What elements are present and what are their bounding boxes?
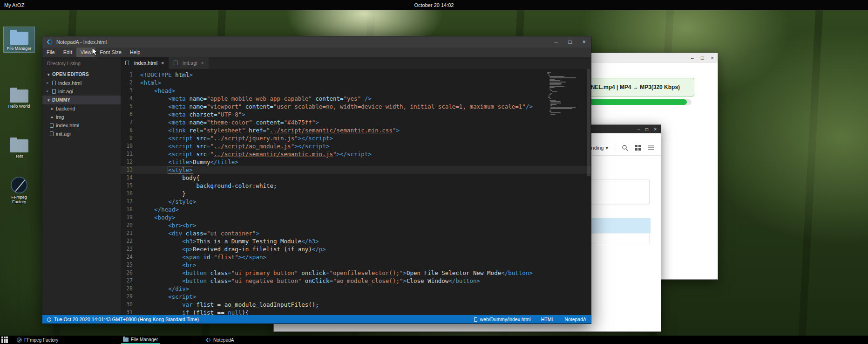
code-text: <script src="../script/jquery.min.js"></…: [140, 134, 591, 142]
menu-edit[interactable]: Edit: [59, 48, 76, 57]
code-text: <!DOCTYPE html>: [140, 71, 591, 79]
code-line[interactable]: 6 <meta charset="UTF-8">: [121, 110, 591, 118]
code-text: <br><br>: [140, 221, 591, 229]
editor[interactable]: 1<!DOCTYPE html>2<html>3 <head>4 <meta n…: [121, 69, 591, 315]
file-icon: [50, 123, 54, 128]
code-text: if (flist == null){: [140, 309, 591, 315]
status-file-path[interactable]: web/Dummy/index.html: [474, 316, 531, 322]
desktop-icon-test[interactable]: Test: [4, 135, 34, 160]
code-line[interactable]: 30 var flist = ao_module_loadInputFiles(…: [121, 301, 591, 309]
code-line[interactable]: 24 <span id="flist"></span>: [121, 253, 591, 261]
tab-close-icon[interactable]: ×: [201, 61, 204, 66]
tab-close-icon[interactable]: ×: [161, 61, 164, 66]
code-line[interactable]: 15 background-color:white;: [121, 182, 591, 190]
menu-font-size[interactable]: Font Size: [95, 48, 125, 57]
maximize-button[interactable]: □: [701, 55, 704, 61]
code-text: <span id="flist"></span>: [140, 253, 591, 261]
code-line[interactable]: 9 <script src="../script/jquery.min.js">…: [121, 134, 591, 142]
code-line[interactable]: 31 if (flist == null){: [121, 309, 591, 315]
tab-init-agi[interactable]: init.agi×: [169, 57, 209, 69]
code-text: </head>: [140, 206, 591, 213]
minimap-line: [550, 90, 552, 91]
status-app[interactable]: NotepadA: [564, 316, 586, 322]
code-line[interactable]: 20 <br><br>: [121, 221, 591, 229]
code-line[interactable]: 13 <style>: [121, 166, 591, 174]
notepada-icon: [206, 337, 211, 343]
list-view-icon[interactable]: [648, 144, 654, 151]
close-button[interactable]: ×: [654, 127, 657, 132]
close-button[interactable]: ×: [577, 36, 591, 48]
minimize-button[interactable]: –: [691, 55, 694, 61]
tab-index-html[interactable]: index.html×: [121, 57, 169, 69]
code-line[interactable]: 17 </style>: [121, 198, 591, 206]
code-line[interactable]: 28 </div>: [121, 285, 591, 293]
close-icon[interactable]: ×: [46, 81, 52, 85]
tree-item-index-html[interactable]: ×index.html: [42, 79, 121, 87]
line-number: 26: [121, 269, 140, 277]
code-line[interactable]: 18 </head>: [121, 206, 591, 213]
tree-section-open-editors[interactable]: ▾OPEN EDITORS: [42, 70, 121, 79]
desktop-icon-file-manager[interactable]: File Manager: [4, 27, 34, 52]
notepada-titlebar[interactable]: NotepadA - index.html – □ ×: [42, 36, 591, 48]
code-text: <meta name="apple-mobile-web-app-capable…: [140, 95, 591, 103]
code-line[interactable]: 27 <button class="ui negative button" on…: [121, 277, 591, 285]
line-number: 18: [121, 206, 140, 213]
line-number: 27: [121, 277, 140, 285]
code-line[interactable]: 12 <title>Dummy</title>: [121, 158, 591, 166]
code-line[interactable]: 4 <meta name="apple-mobile-web-app-capab…: [121, 95, 591, 103]
tree-section-dummy[interactable]: ▾DUMMY: [42, 96, 121, 104]
close-button[interactable]: ×: [711, 55, 714, 61]
menu-help[interactable]: Help: [126, 48, 145, 57]
maximize-button[interactable]: □: [645, 127, 648, 132]
status-language[interactable]: HTML: [541, 316, 555, 322]
code-line[interactable]: 1<!DOCTYPE html>: [121, 71, 591, 79]
scrollbar-thumb[interactable]: [587, 69, 590, 176]
code-line[interactable]: 26 <button class="ui primary button" onc…: [121, 269, 591, 277]
grid-view-icon[interactable]: [635, 144, 641, 151]
menu-view[interactable]: View: [76, 48, 96, 57]
code-line[interactable]: 19 <body>: [121, 213, 591, 221]
code-text: }: [140, 190, 591, 198]
close-icon[interactable]: ×: [46, 89, 52, 94]
search-icon[interactable]: [622, 144, 628, 151]
desktop-icon-ffmpeg-factory[interactable]: FFmpeg Factory: [4, 173, 34, 206]
code-text: <head>: [140, 87, 591, 95]
taskbar-item-notepada[interactable]: NotepadA: [204, 336, 236, 344]
minimap-line: [548, 96, 550, 96]
line-number: 16: [121, 190, 140, 198]
code-line[interactable]: 5 <meta name="viewport" content="user-sc…: [121, 103, 591, 110]
minimize-button[interactable]: –: [549, 36, 563, 48]
tree-item-init-agi[interactable]: init.agi: [42, 130, 121, 138]
start-menu-icon[interactable]: [1, 337, 8, 343]
line-number: 13: [121, 166, 140, 174]
code-line[interactable]: 10 <script src="../script/ao_module.js">…: [121, 142, 591, 150]
code-line[interactable]: 11 <script src="../script/semantic/seman…: [121, 150, 591, 158]
taskbar-item-file-manager[interactable]: File Manager: [121, 336, 160, 344]
code-line[interactable]: 8 <link rel="stylesheet" href="../script…: [121, 126, 591, 134]
minimap[interactable]: [547, 72, 584, 115]
maximize-button[interactable]: □: [563, 36, 577, 48]
tree-item-backend[interactable]: ▸backend: [42, 104, 121, 113]
code-line[interactable]: 2<html>: [121, 79, 591, 87]
code-line[interactable]: 23 <p>Received drag-in filelist (if any)…: [121, 245, 591, 253]
code-line[interactable]: 21 <div class="ui container">: [121, 229, 591, 237]
code-line[interactable]: 16 }: [121, 190, 591, 198]
minimap-line: [549, 111, 551, 112]
code-text: <meta charset="UTF-8">: [140, 110, 591, 118]
minimize-button[interactable]: –: [637, 127, 640, 132]
code-line[interactable]: 29 <script>: [121, 293, 591, 301]
tree-item-img[interactable]: ▸img: [42, 113, 121, 121]
menu-file[interactable]: File: [42, 48, 59, 57]
minimap-line: [549, 76, 564, 77]
tree-item-init-agi[interactable]: ×init.agi: [42, 87, 121, 96]
code-line[interactable]: 3 <head>: [121, 87, 591, 95]
tree-item-index-html[interactable]: index.html: [42, 121, 121, 130]
code-line[interactable]: 7 <meta name="theme-color" content="#4b7…: [121, 118, 591, 126]
desktop-icon-hello-world[interactable]: Hello World: [4, 85, 34, 110]
code-line[interactable]: 25 <br>: [121, 261, 591, 269]
code-line[interactable]: 22 <h3>This is a Dummy Testing Module</h…: [121, 237, 591, 245]
line-number: 6: [121, 110, 140, 118]
code-text: <div class="ui container">: [140, 229, 591, 237]
taskbar-item-ffmpeg-factory[interactable]: FFmpeg Factory: [15, 336, 60, 344]
code-line[interactable]: 14 body{: [121, 174, 591, 182]
